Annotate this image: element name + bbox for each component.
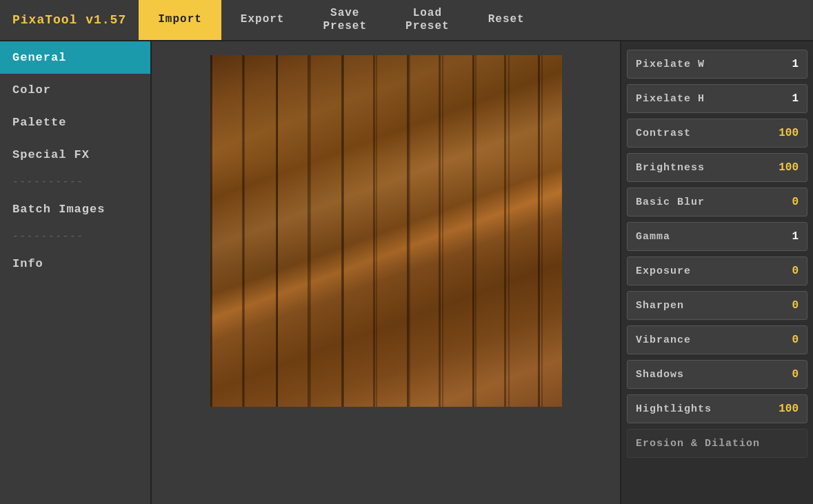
control-vibrance[interactable]: Vibrance 0 <box>627 325 807 354</box>
export-button[interactable]: Export <box>221 0 304 40</box>
control-exposure[interactable]: Exposure 0 <box>627 256 807 285</box>
highlights-label: Hightlights <box>636 403 712 415</box>
sidebar: General Color Palette Special FX -------… <box>0 41 152 504</box>
right-panel: Pixelate W 1 Pixelate H 1 Contrast 100 B… <box>620 41 813 504</box>
brightness-value: 100 <box>779 161 799 174</box>
control-pixelate-h[interactable]: Pixelate H 1 <box>627 84 807 113</box>
import-button[interactable]: Import <box>139 0 221 40</box>
app-brand: PixaTool v1.57 <box>0 0 139 40</box>
sidebar-item-color[interactable]: Color <box>0 74 150 106</box>
sidebar-item-general[interactable]: General <box>0 41 150 74</box>
pixelate-w-value: 1 <box>792 58 799 70</box>
exposure-value: 0 <box>792 265 799 277</box>
contrast-value: 100 <box>779 127 799 139</box>
control-sharpen[interactable]: Sharpen 0 <box>627 291 807 320</box>
canvas-area <box>152 41 620 504</box>
sharpen-label: Sharpen <box>636 300 684 312</box>
gamma-value: 1 <box>792 230 799 243</box>
control-gamma[interactable]: Gamma 1 <box>627 222 807 251</box>
sidebar-item-palette[interactable]: Palette <box>0 106 150 139</box>
image-preview <box>210 55 562 407</box>
control-contrast[interactable]: Contrast 100 <box>627 119 807 148</box>
vibrance-value: 0 <box>792 334 799 346</box>
sidebar-divider-2: ---------- <box>0 225 150 248</box>
pixelate-h-label: Pixelate H <box>636 93 705 105</box>
sidebar-item-special-fx[interactable]: Special FX <box>0 139 150 171</box>
sidebar-item-info[interactable]: Info <box>0 248 150 280</box>
erosion-dilation-label: Erosion & Dilation <box>636 438 760 450</box>
control-erosion-dilation[interactable]: Erosion & Dilation <box>627 429 807 458</box>
pixelate-w-label: Pixelate W <box>636 59 705 70</box>
main-area: General Color Palette Special FX -------… <box>0 41 813 504</box>
brightness-label: Brightness <box>636 162 705 174</box>
sidebar-divider-1: ---------- <box>0 171 150 193</box>
gamma-label: Gamma <box>636 231 670 243</box>
topbar: PixaTool v1.57 Import Export Save Preset… <box>0 0 813 41</box>
control-highlights[interactable]: Hightlights 100 <box>627 394 807 423</box>
control-pixelate-w[interactable]: Pixelate W 1 <box>627 50 807 79</box>
exposure-label: Exposure <box>636 265 691 277</box>
sidebar-item-batch-images[interactable]: Batch Images <box>0 193 150 225</box>
save-preset-button[interactable]: Save Preset <box>303 0 386 40</box>
shadows-value: 0 <box>792 368 799 381</box>
load-preset-button[interactable]: Load Preset <box>386 0 469 40</box>
reset-button[interactable]: Reset <box>469 0 544 40</box>
basic-blur-label: Basic Blur <box>636 196 705 208</box>
sharpen-value: 0 <box>792 299 799 312</box>
basic-blur-value: 0 <box>792 196 799 208</box>
control-brightness[interactable]: Brightness 100 <box>627 153 807 182</box>
contrast-label: Contrast <box>636 128 691 139</box>
highlights-value: 100 <box>779 403 799 415</box>
pixelate-h-value: 1 <box>792 92 799 105</box>
control-basic-blur[interactable]: Basic Blur 0 <box>627 188 807 216</box>
shadows-label: Shadows <box>636 369 684 381</box>
control-shadows[interactable]: Shadows 0 <box>627 360 807 389</box>
vibrance-label: Vibrance <box>636 334 691 346</box>
